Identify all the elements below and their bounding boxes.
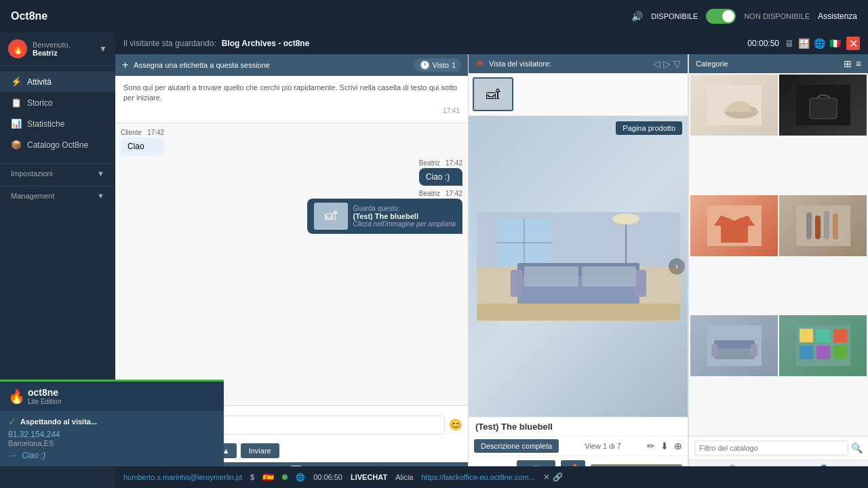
next-action-icon[interactable]: ▷	[663, 58, 671, 69]
prev-action-icon[interactable]: ◁	[653, 58, 660, 69]
svg-rect-23	[833, 214, 838, 239]
agent-sender-1: Beatriz	[419, 159, 440, 167]
windows-icon[interactable]: 🪟	[798, 38, 810, 49]
agent-product-bubble[interactable]: 🛋 Guarda questo: (Test) The bluebell Cli…	[307, 199, 462, 234]
catalog-item-sofa[interactable]	[690, 315, 778, 376]
chat-panel: Il visitante sta guardando: Blog Archive…	[115, 33, 868, 488]
sidebar-section-management[interactable]: Management ▼	[0, 186, 115, 205]
catalog-item-abstract[interactable]	[779, 315, 867, 376]
client-sender: Cliente	[121, 129, 142, 136]
chat-center: 👁 Vista del visitatore: ◁ ▷ ▽ 🛋	[468, 54, 688, 488]
notif-chat: → Ciao :)	[8, 450, 216, 461]
download-icon[interactable]: ⬇	[660, 441, 669, 451]
catalog-grid	[689, 73, 868, 436]
catalog-filter-bar: 🔍	[689, 436, 868, 460]
availability-toggle[interactable]	[706, 9, 736, 24]
catalog-item-makeup[interactable]	[779, 195, 867, 256]
agent-message-1: Beatriz 17:42 Ciao :)	[419, 159, 462, 186]
visto-label: Visto	[433, 61, 449, 69]
chat-main: + Assegna una etichetta a questa session…	[115, 54, 868, 488]
catalog-item-bag[interactable]	[779, 75, 867, 136]
user-dropdown-arrow[interactable]: ▼	[99, 44, 107, 54]
svg-rect-26	[714, 340, 755, 348]
svg-rect-20	[806, 212, 812, 239]
management-arrow: ▼	[97, 192, 104, 200]
sidebar-item-attivita[interactable]: ⚡ Attività	[0, 71, 115, 92]
product-thumbnail[interactable]: 🛋	[473, 77, 513, 111]
categorie-button[interactable]: Categorie	[696, 60, 728, 68]
agent-msg-time-1: 17:42	[446, 159, 462, 167]
agent-msg-time-2: 17:42	[446, 190, 462, 197]
notif-waiting-label: Aspettando al visita...	[20, 418, 97, 426]
notif-header: 🔥 oct8ne Lite Edition	[0, 382, 224, 411]
notif-edition-label: Lite Edition	[28, 398, 61, 405]
catalog-filter-input[interactable]	[694, 441, 848, 455]
sidebar-item-statistiche[interactable]: 📊 Statistiche	[0, 113, 115, 134]
notification-popup: 🔥 oct8ne Lite Edition ✓ Aspettando al vi…	[0, 380, 224, 466]
svg-rect-13	[477, 304, 680, 321]
status-email: humberto.s.marinho@leroymerlin.pt	[123, 473, 242, 481]
client-message-1: Cliente 17:42 Ciao	[121, 129, 164, 155]
product-display-name: (Test) The bluebell	[475, 422, 553, 432]
catalog-item-shirt[interactable]	[690, 195, 778, 256]
bag-svg	[796, 85, 850, 125]
session-timer: 00:00:50	[747, 39, 779, 48]
bot-message-time: 17:41	[123, 106, 460, 116]
status-link-icon[interactable]: 🔗	[553, 472, 563, 482]
chat-label-bar: + Assegna una etichetta a questa session…	[115, 54, 468, 76]
status-bar: humberto.s.marinho@leroymerlin.pt $ 🇪🇸 🌐…	[115, 466, 868, 488]
status-agent: Alicia	[395, 473, 413, 481]
sidebar-user[interactable]: 🔥 Benvenuto, Beatriz ▼	[0, 33, 115, 66]
agent-msg-header-1: Beatriz 17:42	[419, 159, 462, 167]
watching-page-title: Blog Archives - oct8ne	[222, 39, 310, 48]
sidebar-section-impostazioni[interactable]: Impostazioni ▼	[0, 163, 115, 183]
client-bubble: Ciao	[121, 138, 164, 155]
status-close-icon[interactable]: ✕	[543, 472, 550, 482]
nav-arrow-right[interactable]: ›	[669, 258, 685, 274]
label-assignment-text: Assegna una etichetta a questa sessione	[134, 61, 270, 69]
status-browser-icon: 🌐	[296, 473, 305, 482]
sidebar-item-catalogo[interactable]: 📦 Catalogo Oct8ne	[0, 134, 115, 155]
visto-badge[interactable]: 🕐 Visto 1	[414, 58, 461, 72]
edit-icon[interactable]: ✏	[647, 441, 655, 451]
sidebar-item-label: Catalogo Oct8ne	[27, 140, 88, 150]
svg-rect-9	[524, 266, 578, 287]
agent-msg-text-1: Ciao :)	[426, 172, 450, 182]
catalog-item-shoe[interactable]	[690, 75, 778, 136]
agent-bubble-1: Ciao :)	[419, 168, 462, 186]
app-title: Oct8ne	[11, 10, 631, 22]
pagina-prodotto-button[interactable]: Pagina prodotto	[616, 121, 682, 135]
monitor-icon[interactable]: 🖥	[785, 38, 794, 49]
user-name: Beatriz	[33, 49, 71, 57]
chat-header-right: 00:00:50 🖥 🪟 🌐 🇮🇹 ✕	[747, 37, 860, 50]
descrizione-completa-button[interactable]: Descrizione completa	[474, 439, 559, 453]
svg-rect-22	[824, 211, 829, 239]
bot-message: Sono qui per aiutarti a trovare quello c…	[115, 76, 468, 123]
list-layout-icon[interactable]: ≡	[856, 58, 861, 69]
svg-rect-27	[711, 344, 718, 357]
sidebar-item-storico[interactable]: 📋 Storico	[0, 92, 115, 113]
emoji-button[interactable]: 😊	[449, 418, 462, 431]
makeup-svg	[796, 205, 850, 246]
product-name-bar: (Test) The bluebell	[469, 417, 688, 436]
filter-search-icon[interactable]: 🔍	[851, 443, 863, 453]
agent-sender-2: Beatriz	[419, 190, 440, 197]
svg-rect-33	[800, 346, 813, 359]
close-chat-button[interactable]: ✕	[846, 37, 860, 50]
categorie-label: Categorie	[696, 60, 728, 68]
agent-msg-header-2: Beatriz 17:42	[307, 190, 462, 197]
add-label-button[interactable]: +	[122, 59, 128, 71]
speaker-icon[interactable]: 🔊	[631, 11, 643, 22]
assistenza-button[interactable]: Assistenza	[818, 12, 857, 21]
notif-ip: 81.32.154.244	[8, 430, 216, 439]
chrome-icon[interactable]: 🌐	[814, 38, 825, 49]
invia-button[interactable]: Inviare	[241, 443, 279, 458]
client-msg-time: 17:42	[147, 129, 164, 136]
zoom-icon[interactable]: ⊕	[674, 441, 682, 451]
status-url: https://backoffice-eu.oct8ne.com...	[421, 473, 534, 481]
flag-icon[interactable]: 🇮🇹	[829, 38, 841, 49]
right-panel-header: Categorie ⊞ ≡	[689, 54, 868, 73]
grid-layout-icon[interactable]: ⊞	[844, 58, 852, 69]
management-label: Management	[11, 192, 54, 200]
down-action-icon[interactable]: ▽	[673, 58, 681, 69]
